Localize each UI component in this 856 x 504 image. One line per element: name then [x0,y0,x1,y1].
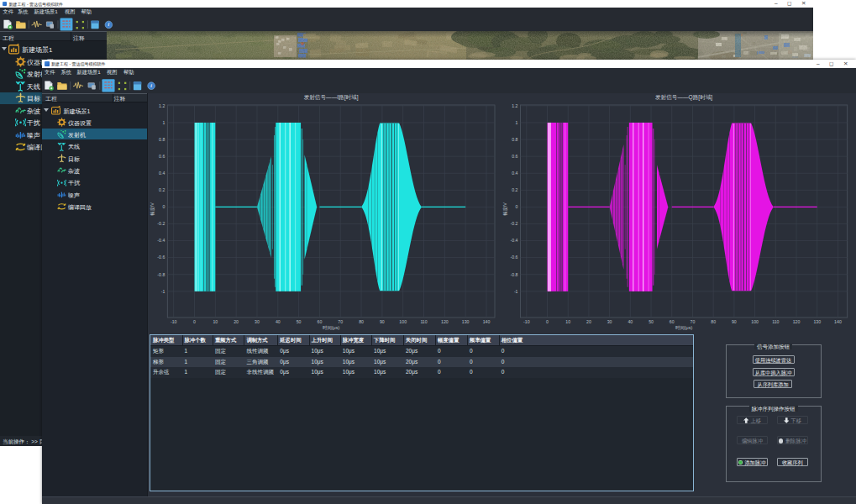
svg-text:120: 120 [793,319,801,324]
svg-text:40: 40 [628,319,633,324]
svg-text:0.2: 0.2 [512,187,517,192]
svg-text:130: 130 [813,319,821,324]
svg-text:-0.4: -0.4 [511,238,518,243]
svg-text:0: 0 [546,319,549,324]
svg-text:0: 0 [162,204,165,209]
svg-text:-1: -1 [161,289,165,294]
svg-text:30: 30 [255,319,260,324]
svg-text:-0.6: -0.6 [157,255,165,260]
svg-text:20: 20 [586,319,591,324]
svg-text:发射信号——I路[时域]: 发射信号——I路[时域] [304,94,359,101]
svg-text:50: 50 [649,319,654,324]
svg-text:60: 60 [670,319,675,324]
svg-text:60: 60 [318,319,323,324]
svg-text:1: 1 [516,120,518,125]
svg-text:90: 90 [732,319,737,324]
svg-text:幅度/V: 幅度/V [502,202,508,216]
svg-text:50: 50 [297,319,302,324]
svg-text:1.2: 1.2 [159,103,165,108]
svg-text:时间(μs): 时间(μs) [323,325,339,331]
svg-text:10: 10 [565,319,570,324]
svg-text:-0.4: -0.4 [157,238,165,243]
svg-text:-0.2: -0.2 [511,221,518,226]
svg-text:30: 30 [607,319,612,324]
svg-text:0: 0 [516,204,518,209]
svg-text:70: 70 [338,319,343,324]
svg-text:120: 120 [441,319,449,324]
svg-text:90: 90 [380,319,385,324]
svg-text:80: 80 [711,319,716,324]
svg-text:0.6: 0.6 [159,154,165,159]
svg-text:0.4: 0.4 [512,171,517,176]
svg-text:20: 20 [234,319,239,324]
svg-text:100: 100 [399,319,407,324]
svg-text:140: 140 [834,319,842,324]
svg-text:0.6: 0.6 [512,154,517,159]
svg-text:100: 100 [751,319,759,324]
svg-text:幅度/V: 幅度/V [150,202,155,216]
svg-text:70: 70 [691,319,696,324]
svg-text:40: 40 [276,319,281,324]
svg-text:发射信号——Q路[时域]: 发射信号——Q路[时域] [655,94,712,101]
svg-text:80: 80 [359,319,364,324]
svg-text:0.2: 0.2 [159,187,165,192]
svg-text:-10: -10 [523,319,530,324]
svg-text:140: 140 [483,319,491,324]
svg-text:-0.2: -0.2 [157,221,165,226]
svg-text:0.8: 0.8 [512,137,517,142]
svg-text:110: 110 [772,319,779,324]
svg-text:-0.8: -0.8 [511,272,518,277]
svg-text:1: 1 [162,120,165,125]
svg-text:-0.8: -0.8 [157,272,165,277]
svg-text:-1: -1 [514,289,518,294]
svg-text:-10: -10 [171,319,177,324]
svg-text:0: 0 [193,319,196,324]
svg-text:0.4: 0.4 [159,171,165,176]
svg-text:130: 130 [462,319,470,324]
svg-text:10: 10 [213,319,218,324]
svg-text:110: 110 [420,319,427,324]
svg-text:1.2: 1.2 [512,103,517,108]
svg-text:-0.6: -0.6 [511,255,518,260]
svg-text:时间(μs): 时间(μs) [675,325,692,331]
svg-text:0.8: 0.8 [159,137,165,142]
